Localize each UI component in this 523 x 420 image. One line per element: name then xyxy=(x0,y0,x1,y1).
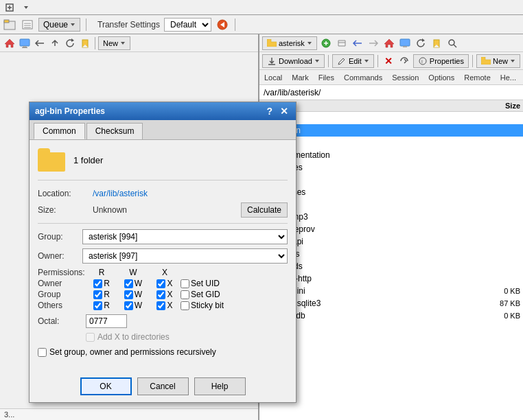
download-button[interactable]: Download xyxy=(262,54,325,68)
properties-button[interactable]: i Properties xyxy=(413,54,469,68)
right-back-icon[interactable] xyxy=(351,36,364,50)
sync-icon[interactable] xyxy=(397,54,411,68)
setuid-checkbox[interactable] xyxy=(181,279,189,288)
owner-select[interactable]: asterisk [997] xyxy=(82,248,288,264)
left-refresh-icon[interactable] xyxy=(63,36,77,50)
group-w-checkbox[interactable] xyxy=(124,290,133,299)
others-x-checkbox[interactable] xyxy=(156,301,165,310)
table-row[interactable]: bin xyxy=(259,137,523,149)
owner-x-checkbox[interactable] xyxy=(156,279,165,288)
owner-setuid-check[interactable]: Set UID xyxy=(181,279,242,288)
right-toolbar-icon2[interactable] xyxy=(335,36,349,50)
properties-dialog[interactable]: agi-bin Properties ? ✕ Common Checksum 1… xyxy=(29,102,297,403)
group-w-check[interactable]: W xyxy=(117,290,149,299)
octal-input[interactable] xyxy=(86,314,127,328)
new-tab-icon[interactable] xyxy=(3,1,16,14)
right-desktop-icon[interactable] xyxy=(398,36,412,50)
group-r-check[interactable]: R xyxy=(86,290,117,299)
site-manager-icon[interactable] xyxy=(3,18,16,32)
menu-help[interactable]: He... xyxy=(498,73,518,82)
right-forward-icon[interactable] xyxy=(367,36,380,50)
table-row[interactable]: sqlite.db 0 KB xyxy=(259,310,523,322)
svg-marker-21 xyxy=(267,39,277,47)
dialog-help-button[interactable]: ? xyxy=(266,106,272,117)
sticky-checkbox[interactable] xyxy=(181,301,189,310)
svg-rect-29 xyxy=(400,39,410,46)
right-toolbar-icon1[interactable] xyxy=(319,36,333,50)
group-select[interactable]: asterisk [994] xyxy=(82,229,288,244)
table-row[interactable]: phoneprov xyxy=(259,223,523,235)
others-r-checkbox[interactable] xyxy=(93,301,102,310)
right-new-button[interactable]: New xyxy=(476,54,520,68)
right-refresh-icon[interactable] xyxy=(414,36,428,50)
tab-common[interactable]: Common xyxy=(34,123,85,139)
dropdown-icon[interactable] xyxy=(19,1,33,14)
help-button[interactable]: Help xyxy=(194,377,246,395)
ok-button[interactable]: OK xyxy=(80,377,132,395)
others-r-check[interactable]: R xyxy=(86,301,117,310)
table-row[interactable]: sounds xyxy=(259,260,523,272)
separator3 xyxy=(95,37,95,49)
cancel-button[interactable]: Cancel xyxy=(137,377,189,395)
new-button[interactable]: New xyxy=(98,36,130,50)
others-sticky-check[interactable]: Sticky bit xyxy=(181,301,242,310)
menu-session[interactable]: Session xyxy=(390,73,421,82)
table-row[interactable]: licenses xyxy=(259,186,523,198)
recursive-checkbox[interactable] xyxy=(38,348,47,357)
location-dropdown[interactable]: asterisk xyxy=(262,36,317,50)
owner-w-check[interactable]: W xyxy=(117,279,149,288)
transfer-arrow-icon[interactable] xyxy=(216,18,229,32)
table-row[interactable]: moh xyxy=(259,198,523,211)
group-x-checkbox[interactable] xyxy=(156,290,165,299)
menu-commands[interactable]: Commands xyxy=(342,73,384,82)
right-bookmark-icon[interactable] xyxy=(430,36,443,50)
setgid-checkbox[interactable] xyxy=(181,290,189,299)
dialog-close-button[interactable]: ✕ xyxy=(278,105,290,117)
left-bookmark-icon[interactable] xyxy=(78,36,92,50)
menu-local[interactable]: Local xyxy=(262,73,284,82)
svg-rect-15 xyxy=(23,46,27,47)
col-size-header[interactable]: Size xyxy=(472,102,520,110)
table-row[interactable]: documentation xyxy=(259,149,523,161)
right-home-icon[interactable] xyxy=(382,36,396,50)
others-w-check[interactable]: W xyxy=(117,301,149,310)
main-toolbar: Queue Transfer Settings Default xyxy=(0,15,523,34)
left-home-icon[interactable] xyxy=(3,36,16,50)
table-row[interactable]: keys xyxy=(259,174,523,186)
left-desktop-icon[interactable] xyxy=(18,36,32,50)
table-row[interactable]: astdb.sqlite3 87 KB xyxy=(259,297,523,310)
transfer-settings-select[interactable]: Default xyxy=(164,18,211,32)
table-row[interactable]: static-http xyxy=(259,272,523,285)
table-row[interactable]: scripts xyxy=(259,248,523,260)
perm-col-r: R xyxy=(86,268,117,277)
table-row[interactable]: .. xyxy=(259,112,523,124)
delete-button[interactable]: ✕ xyxy=(382,54,395,68)
queue-icon[interactable] xyxy=(21,18,34,32)
calculate-button[interactable]: Calculate xyxy=(241,202,288,218)
table-row[interactable]: rest-api xyxy=(259,235,523,248)
queue-button[interactable]: Queue xyxy=(38,18,80,32)
group-x-check[interactable]: X xyxy=(149,290,181,299)
owner-r-check[interactable]: R xyxy=(86,279,117,288)
menu-remote[interactable]: Remote xyxy=(462,73,493,82)
others-x-check[interactable]: X xyxy=(149,301,181,310)
edit-button[interactable]: Edit xyxy=(332,54,374,68)
owner-w-checkbox[interactable] xyxy=(124,279,133,288)
properties-label: Properties xyxy=(430,57,464,65)
group-r-checkbox[interactable] xyxy=(93,290,102,299)
menu-options[interactable]: Options xyxy=(426,73,456,82)
others-w-checkbox[interactable] xyxy=(124,301,133,310)
table-row[interactable]: mohmp3 xyxy=(259,211,523,223)
owner-x-check[interactable]: X xyxy=(149,279,181,288)
left-up-icon[interactable] xyxy=(48,36,62,50)
left-back-icon[interactable] xyxy=(33,36,47,50)
group-setgid-check[interactable]: Set GID xyxy=(181,290,242,299)
table-row[interactable]: images xyxy=(259,161,523,174)
menu-files[interactable]: Files xyxy=(316,73,336,82)
menu-mark[interactable]: Mark xyxy=(290,73,310,82)
right-search-icon[interactable] xyxy=(445,36,459,50)
table-row[interactable]: .odbc.ini 0 KB xyxy=(259,285,523,297)
owner-r-checkbox[interactable] xyxy=(93,279,102,288)
table-row[interactable]: agi-bin xyxy=(259,124,523,137)
tab-checksum[interactable]: Checksum xyxy=(86,123,143,139)
